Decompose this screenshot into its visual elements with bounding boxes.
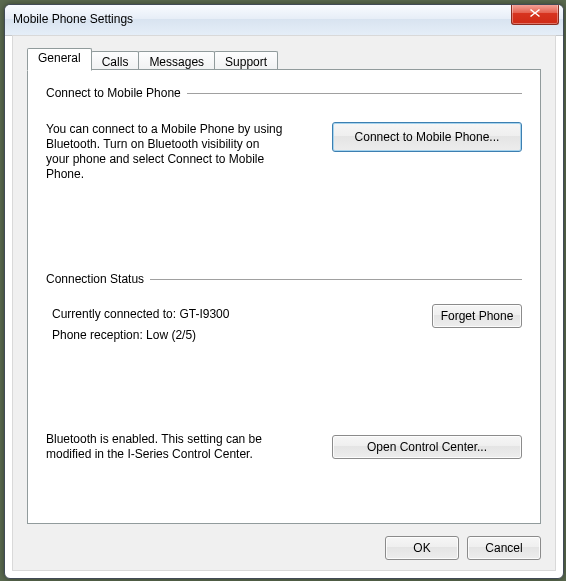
panel-inner: Connect to Mobile Phone You can connect … [46, 86, 522, 513]
tab-calls-label: Calls [102, 55, 129, 69]
cancel-button-label: Cancel [485, 541, 522, 555]
group-header-connect-label: Connect to Mobile Phone [46, 86, 187, 100]
group-header-status-label: Connection Status [46, 272, 150, 286]
open-control-center-button[interactable]: Open Control Center... [332, 435, 522, 459]
group-divider [187, 93, 522, 94]
open-control-center-button-label: Open Control Center... [367, 440, 487, 454]
tab-support[interactable]: Support [214, 51, 278, 70]
bluetooth-description: Bluetooth is enabled. This setting can b… [46, 432, 306, 462]
tab-calls[interactable]: Calls [91, 51, 140, 70]
status-connected-to: Currently connected to: GT-I9300 [52, 304, 229, 325]
tab-general[interactable]: General [27, 48, 92, 71]
connect-to-phone-button[interactable]: Connect to Mobile Phone... [332, 122, 522, 152]
tab-messages[interactable]: Messages [138, 51, 215, 70]
group-header-connect: Connect to Mobile Phone [46, 86, 522, 100]
client-area: General Calls Messages Support Connect t… [12, 35, 556, 571]
forget-phone-button-label: Forget Phone [441, 309, 514, 323]
close-icon [529, 7, 541, 21]
bluetooth-row: Bluetooth is enabled. This setting can b… [46, 432, 522, 462]
tab-strip: General Calls Messages Support [27, 49, 277, 70]
dialog-button-row: OK Cancel [385, 536, 541, 560]
settings-window: Mobile Phone Settings General Calls Mess… [4, 4, 564, 579]
connect-to-phone-button-label: Connect to Mobile Phone... [355, 130, 500, 144]
window-close-button[interactable] [511, 4, 559, 25]
ok-button-label: OK [413, 541, 430, 555]
status-row: Currently connected to: GT-I9300 Phone r… [46, 304, 522, 346]
status-reception: Phone reception: Low (2/5) [52, 325, 229, 346]
forget-phone-button[interactable]: Forget Phone [432, 304, 522, 328]
ok-button[interactable]: OK [385, 536, 459, 560]
connect-row: You can connect to a Mobile Phone by usi… [46, 122, 522, 182]
tab-panel-general: Connect to Mobile Phone You can connect … [27, 69, 541, 524]
group-header-status: Connection Status [46, 272, 522, 286]
tab-support-label: Support [225, 55, 267, 69]
group-divider [150, 279, 522, 280]
tab-general-label: General [38, 51, 81, 65]
tab-messages-label: Messages [149, 55, 204, 69]
title-bar: Mobile Phone Settings [5, 5, 563, 36]
connect-description: You can connect to a Mobile Phone by usi… [46, 122, 286, 182]
cancel-button[interactable]: Cancel [467, 536, 541, 560]
status-text-block: Currently connected to: GT-I9300 Phone r… [46, 304, 229, 346]
window-title: Mobile Phone Settings [13, 12, 133, 26]
